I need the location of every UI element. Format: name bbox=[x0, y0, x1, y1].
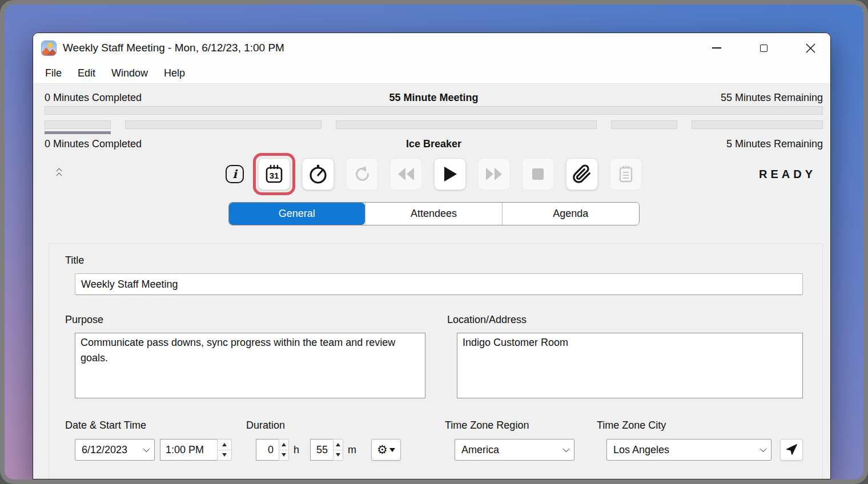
gear-icon: ⚙ bbox=[377, 444, 388, 456]
minutes-up-button[interactable] bbox=[333, 439, 343, 450]
menu-edit[interactable]: Edit bbox=[70, 64, 103, 82]
agenda-segment-1[interactable] bbox=[45, 120, 111, 129]
segment-progress-labels: 0 Minutes Completed Ice Breaker 5 Minute… bbox=[45, 138, 823, 150]
agenda-segment-2[interactable] bbox=[125, 120, 322, 129]
timezone-city-dropdown[interactable]: Los Angeles bbox=[606, 439, 771, 461]
arrow-down-icon bbox=[222, 453, 227, 457]
arrow-up-icon bbox=[336, 443, 340, 446]
form-panel: Title Purpose Communicate pass downs, sy… bbox=[49, 243, 823, 479]
titlebar: Weekly Staff Meeting - Mon, 6/12/23, 1:0… bbox=[33, 33, 830, 63]
menu-file[interactable]: File bbox=[37, 64, 70, 82]
duration-hours-spinner: 0 bbox=[256, 439, 289, 461]
segment-completed-label: 0 Minutes Completed bbox=[45, 138, 406, 150]
locate-timezone-button[interactable] bbox=[780, 439, 803, 461]
overall-remaining-label: 55 Minutes Remaining bbox=[479, 92, 823, 104]
title-input[interactable] bbox=[75, 273, 803, 295]
duration-minutes-spinner: 55 bbox=[310, 439, 343, 461]
time-up-button[interactable] bbox=[218, 439, 231, 450]
timezone-region-value: America bbox=[461, 444, 499, 456]
purpose-textarea[interactable]: Communicate pass downs, sync progress wi… bbox=[75, 333, 425, 398]
calendar-button-wrapper: 31 bbox=[258, 158, 290, 190]
date-dropdown[interactable]: 6/12/2023 bbox=[75, 439, 155, 461]
close-icon bbox=[806, 43, 815, 53]
play-icon bbox=[441, 165, 459, 183]
time-down-button[interactable] bbox=[218, 450, 231, 461]
hours-unit-label: h bbox=[294, 444, 299, 456]
arrow-down-icon bbox=[282, 453, 286, 457]
timer-button[interactable] bbox=[302, 158, 334, 190]
timezone-region-group: Time Zone Region America bbox=[455, 420, 574, 461]
chevron-down-icon bbox=[563, 446, 569, 452]
notes-button[interactable] bbox=[610, 158, 642, 190]
overall-progress-labels: 0 Minutes Completed 55 Minute Meeting 55… bbox=[45, 92, 823, 104]
chevron-down-icon bbox=[760, 446, 766, 452]
calendar-button[interactable]: 31 bbox=[258, 158, 290, 190]
overall-progress-bar bbox=[45, 106, 823, 115]
app-icon-mountain bbox=[46, 49, 57, 55]
rewind-button[interactable] bbox=[390, 158, 422, 190]
tab-agenda[interactable]: Agenda bbox=[502, 203, 639, 225]
reset-icon bbox=[353, 165, 371, 183]
segment-remaining-label: 5 Minutes Remaining bbox=[461, 138, 823, 150]
duration-settings-button[interactable]: ⚙ bbox=[371, 439, 401, 461]
time-spinner: 1:00 PM bbox=[160, 439, 232, 461]
date-start-time-group: Date & Start Time 6/12/2023 1:00 PM bbox=[75, 420, 232, 461]
duration-label: Duration bbox=[246, 420, 404, 431]
arrow-up-icon bbox=[282, 443, 286, 446]
location-textarea[interactable]: Indigo Customer Room bbox=[457, 333, 803, 398]
timezone-city-value: Los Angeles bbox=[613, 444, 669, 456]
purpose-field-group: Purpose Communicate pass downs, sync pro… bbox=[75, 314, 425, 398]
app-window: Weekly Staff Meeting - Mon, 6/12/23, 1:0… bbox=[33, 33, 831, 479]
tab-general[interactable]: General bbox=[229, 203, 365, 225]
stop-button[interactable] bbox=[522, 158, 554, 190]
main-content: 0 Minutes Completed 55 Minute Meeting 55… bbox=[33, 92, 830, 479]
app-icon bbox=[41, 41, 57, 56]
status-ready: READY bbox=[759, 168, 816, 181]
play-button[interactable] bbox=[434, 158, 466, 190]
overall-completed-label: 0 Minutes Completed bbox=[45, 92, 389, 104]
maximize-icon bbox=[760, 45, 767, 52]
timezone-city-label: Time Zone City bbox=[597, 420, 803, 431]
attachment-button[interactable] bbox=[566, 158, 598, 190]
fast-forward-button[interactable] bbox=[478, 158, 510, 190]
menu-window[interactable]: Window bbox=[103, 64, 156, 82]
window-title: Weekly Staff Meeting - Mon, 6/12/23, 1:0… bbox=[63, 42, 284, 54]
navigation-arrow-icon bbox=[785, 443, 798, 456]
minimize-icon bbox=[712, 47, 721, 49]
svg-text:31: 31 bbox=[270, 171, 279, 180]
location-label: Location/Address bbox=[447, 314, 803, 326]
tab-bar: General Attendees Agenda bbox=[228, 202, 640, 225]
agenda-segment-4[interactable] bbox=[611, 120, 677, 129]
timezone-region-label: Time Zone Region bbox=[445, 420, 574, 431]
menu-help[interactable]: Help bbox=[156, 64, 193, 82]
timezone-city-group: Time Zone City Los Angeles bbox=[606, 420, 803, 461]
minimize-button[interactable] bbox=[710, 42, 723, 54]
info-icon[interactable]: i bbox=[226, 165, 244, 183]
menu-bar: File Edit Window Help bbox=[33, 63, 830, 84]
reset-button[interactable] bbox=[346, 158, 378, 190]
chevron-down-icon bbox=[143, 446, 150, 452]
current-segment-label: Ice Breaker bbox=[406, 138, 461, 150]
arrow-down-icon bbox=[336, 453, 340, 457]
desktop-background: Weekly Staff Meeting - Mon, 6/12/23, 1:0… bbox=[0, 0, 868, 484]
time-value[interactable]: 1:00 PM bbox=[160, 439, 217, 461]
paperclip-icon bbox=[572, 164, 592, 184]
minutes-down-button[interactable] bbox=[333, 450, 343, 461]
duration-group: Duration 0 h 55 bbox=[256, 420, 404, 461]
timezone-region-dropdown[interactable]: America bbox=[455, 439, 574, 461]
fast-forward-icon bbox=[484, 166, 504, 183]
duration-minutes-value[interactable]: 55 bbox=[310, 439, 333, 461]
hours-up-button[interactable] bbox=[279, 439, 288, 450]
close-button[interactable] bbox=[804, 42, 817, 54]
arrow-up-icon bbox=[222, 443, 227, 446]
tab-attendees[interactable]: Attendees bbox=[365, 203, 502, 225]
segment-progress-bar bbox=[45, 120, 823, 129]
duration-hours-value[interactable]: 0 bbox=[256, 439, 279, 461]
notepad-icon bbox=[617, 164, 635, 184]
collapse-chevrons-icon[interactable] bbox=[57, 169, 61, 178]
hours-down-button[interactable] bbox=[279, 450, 288, 461]
agenda-segment-5[interactable] bbox=[692, 120, 823, 129]
window-controls bbox=[710, 42, 822, 54]
agenda-segment-3[interactable] bbox=[336, 120, 597, 129]
maximize-button[interactable] bbox=[757, 42, 770, 54]
